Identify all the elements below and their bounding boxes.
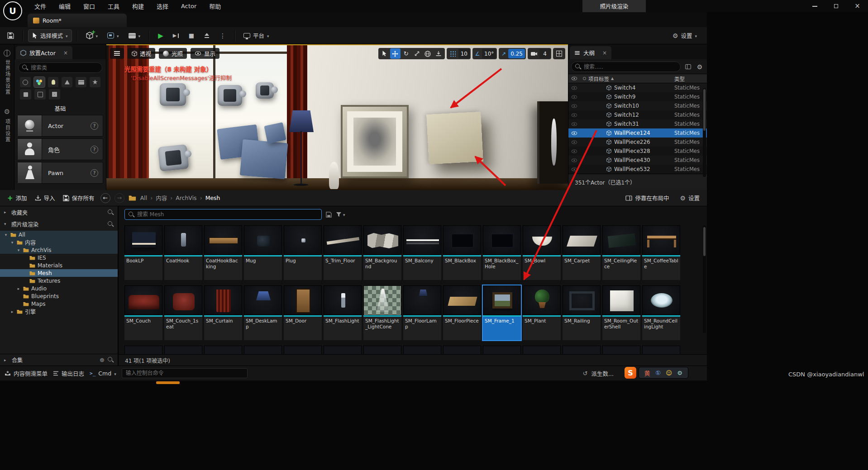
- menu-item-工具[interactable]: 工具: [101, 0, 126, 12]
- output-log-button[interactable]: 输出日志: [53, 369, 84, 378]
- scale-snap-value[interactable]: 0.25: [508, 49, 525, 58]
- shapes-icon[interactable]: [62, 77, 72, 87]
- content-browser-settings-button[interactable]: 设置: [678, 194, 701, 202]
- place-actor-tab[interactable]: 放置Actor: [16, 46, 72, 59]
- asset-tile-SM_Background[interactable]: SM_Background: [363, 225, 401, 280]
- breadcrumb-item-ArchVis[interactable]: ArchVis: [176, 195, 196, 201]
- tree-expander-icon[interactable]: ▸: [10, 309, 14, 314]
- asset-tile-SM_Carpet[interactable]: SM_Carpet: [563, 225, 601, 280]
- eye-icon[interactable]: [568, 167, 580, 171]
- cinematics-button[interactable]: [125, 29, 144, 42]
- asset-tile-SM_CeilingPiece[interactable]: SM_CeilingPiece: [602, 225, 640, 280]
- outliner-settings-button[interactable]: [695, 62, 704, 71]
- asset-tile-BookLP[interactable]: BookLP: [124, 225, 162, 280]
- eye-icon[interactable]: [568, 104, 580, 108]
- type-column-header[interactable]: 类型: [674, 75, 707, 82]
- console-command-input[interactable]: [122, 368, 248, 378]
- asset-tile-partial[interactable]: [363, 346, 401, 354]
- outliner-tab[interactable]: 大纲: [570, 46, 611, 59]
- asset-tile-partial[interactable]: [602, 346, 640, 354]
- volumes-icon[interactable]: [34, 89, 46, 100]
- filter-button[interactable]: [336, 211, 345, 218]
- ime-icon-0[interactable]: 黄: [642, 369, 652, 377]
- ime-icon-1[interactable]: ①: [653, 370, 663, 376]
- ime-icon-2[interactable]: ☺: [664, 370, 674, 376]
- save-search-icon[interactable]: [326, 212, 332, 218]
- viewport-options-button[interactable]: [110, 48, 124, 59]
- asset-tile-SM_CoffeeTable[interactable]: SM_CoffeeTable: [642, 225, 680, 280]
- basic-icon[interactable]: [34, 77, 45, 87]
- menu-item-Actor[interactable]: Actor: [175, 0, 203, 12]
- tree-expander-icon[interactable]: ▾: [16, 248, 21, 252]
- all-categories-icon[interactable]: [49, 89, 60, 100]
- outliner-row-Switch10[interactable]: Switch10StaticMes: [568, 101, 707, 110]
- viewport-panel[interactable]: 光照需要重建（8 未构建 对象） 'DisableAllScreenMessag…: [106, 44, 568, 190]
- asset-tile-partial[interactable]: [563, 346, 601, 354]
- minimize-button[interactable]: [804, 0, 825, 12]
- tree-item-Materials[interactable]: Materials: [0, 261, 118, 269]
- add-button[interactable]: 添加: [5, 194, 29, 202]
- tree-item-Audio[interactable]: ▸Audio: [0, 285, 118, 292]
- outliner-search-input[interactable]: [571, 62, 681, 72]
- asset-tile-partial[interactable]: [164, 346, 202, 354]
- eye-icon[interactable]: [568, 140, 580, 144]
- asset-tile-SM_Couch[interactable]: SM_Couch: [124, 285, 162, 340]
- asset-tile-partial[interactable]: [244, 346, 282, 354]
- asset-tile-SM_Curtain[interactable]: SM_Curtain: [204, 285, 242, 340]
- platform-dropdown[interactable]: 平台: [240, 29, 273, 42]
- asset-tile-SM_FloorPiece[interactable]: SM_FloorPiece: [443, 285, 481, 340]
- maximize-viewport-button[interactable]: [553, 48, 565, 59]
- navigate-forward-button[interactable]: →: [114, 193, 124, 203]
- stop-button[interactable]: ■: [185, 29, 198, 42]
- place-search-input[interactable]: [18, 62, 102, 73]
- tree-item-IES[interactable]: IES: [0, 254, 118, 261]
- play-options-button[interactable]: [216, 29, 229, 42]
- cmd-dropdown[interactable]: Cmd: [90, 370, 116, 377]
- asset-tile-SM_Couch_1seat[interactable]: SM_Couch_1seat: [164, 285, 202, 340]
- breadcrumb-item-Mesh[interactable]: Mesh: [205, 195, 220, 201]
- side-tab-world-settings[interactable]: 世界场景设置: [4, 50, 11, 95]
- asset-search-input[interactable]: [124, 209, 322, 220]
- asset-tile-partial[interactable]: [324, 346, 362, 354]
- breadcrumb-item-内容[interactable]: 内容: [156, 194, 167, 202]
- asset-tile-CoatHook[interactable]: CoatHook: [164, 225, 202, 280]
- outliner-row-Switch12[interactable]: Switch12StaticMes: [568, 110, 707, 119]
- asset-tile-SM_Room_OuterShell[interactable]: SM_Room_OuterShell: [602, 285, 640, 340]
- asset-tile-SM_FlashLight[interactable]: SM_FlashLight: [324, 285, 362, 340]
- asset-tile-partial[interactable]: [523, 346, 561, 354]
- expander-icon[interactable]: ▾: [4, 222, 9, 226]
- outliner-scrollbar[interactable]: [703, 88, 706, 177]
- perspective-dropdown[interactable]: 透视: [128, 48, 155, 59]
- play-button[interactable]: ▶: [154, 29, 167, 42]
- menu-item-文件[interactable]: 文件: [28, 0, 52, 12]
- asset-tile-partial[interactable]: [124, 346, 162, 354]
- eject-button[interactable]: [200, 29, 214, 42]
- menu-item-选择[interactable]: 选择: [150, 0, 175, 12]
- asset-grid-scrollbar[interactable]: [703, 225, 706, 333]
- menu-item-帮助[interactable]: 帮助: [203, 0, 227, 12]
- grid-snap-group[interactable]: 10: [447, 48, 471, 59]
- geometry-icon[interactable]: [20, 89, 31, 100]
- derived-data-label[interactable]: 派生数...: [591, 369, 614, 378]
- tree-item-Blueprints[interactable]: Blueprints: [0, 292, 118, 300]
- rotation-snap-group[interactable]: ∠ 10°: [472, 48, 497, 59]
- asset-tile-partial[interactable]: [284, 346, 322, 354]
- asset-tile-SM_BlackBox[interactable]: SM_BlackBox: [443, 225, 481, 280]
- world-local-toggle[interactable]: [423, 48, 433, 59]
- breadcrumb-item-All[interactable]: All: [140, 195, 148, 201]
- tree-expander-icon[interactable]: ▾: [10, 240, 14, 245]
- lights-icon[interactable]: [48, 77, 59, 87]
- tree-item-Mesh[interactable]: Mesh: [0, 269, 118, 277]
- ime-logo[interactable]: S: [625, 367, 636, 379]
- blueprints-button[interactable]: [104, 29, 123, 42]
- asset-tile-SM_FlashLight_LightCone[interactable]: SM_FlashLight_LightCone: [363, 285, 401, 340]
- outliner-row-Switch9[interactable]: Switch9StaticMes: [568, 92, 707, 101]
- frame-skip-button[interactable]: [169, 29, 183, 42]
- tree-item-内容[interactable]: ▾内容: [0, 238, 118, 246]
- outliner-row-WallPiece226[interactable]: WallPiece226StaticMes: [568, 138, 707, 147]
- scrollbar-thumb[interactable]: [703, 89, 706, 131]
- asset-tile-SM_Plant[interactable]: SM_Plant: [523, 285, 561, 340]
- asset-tile-SM_FloorLamp[interactable]: SM_FloorLamp: [403, 285, 441, 340]
- grid-snap-value[interactable]: 10: [458, 49, 470, 58]
- camera-speed-value[interactable]: 4: [539, 49, 550, 58]
